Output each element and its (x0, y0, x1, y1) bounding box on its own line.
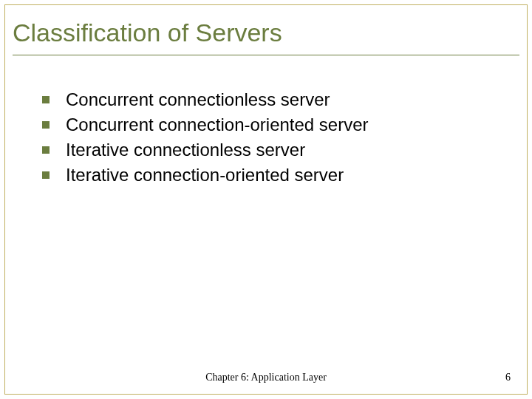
bullet-text: Iterative connectionless server (66, 140, 305, 160)
title-underline (13, 55, 519, 55)
page-number: 6 (505, 372, 511, 383)
list-item: Iterative connectionless server (42, 140, 512, 160)
square-bullet-icon (42, 121, 50, 129)
footer: Chapter 6: Application Layer (5, 372, 527, 383)
square-bullet-icon (42, 96, 50, 103)
slide-title: Classification of Servers (13, 18, 519, 47)
title-area: Classification of Servers (5, 5, 527, 60)
square-bullet-icon (42, 146, 50, 154)
bullet-text: Concurrent connection-oriented server (66, 115, 369, 135)
bullet-text: Concurrent connectionless server (66, 89, 330, 110)
footer-text: Chapter 6: Application Layer (205, 372, 327, 383)
slide-frame: Classification of Servers Concurrent con… (4, 4, 528, 395)
bullet-text: Iterative connection-oriented server (66, 165, 344, 185)
list-item: Iterative connection-oriented server (42, 165, 512, 185)
content-area: Concurrent connectionless server Concurr… (5, 60, 527, 185)
list-item: Concurrent connectionless server (42, 89, 512, 110)
list-item: Concurrent connection-oriented server (42, 115, 512, 135)
square-bullet-icon (42, 171, 50, 179)
